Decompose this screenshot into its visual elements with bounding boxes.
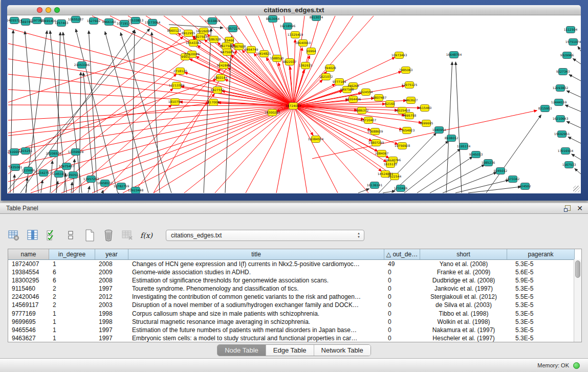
table-cell[interactable]: 2008 (95, 276, 128, 285)
table-cell[interactable]: 5.3E-5 (507, 260, 575, 268)
table-cell[interactable]: 14569117 (8, 301, 49, 309)
float-panel-icon[interactable] (564, 205, 571, 212)
table-cell[interactable]: 2 (49, 293, 95, 301)
table-cell[interactable]: 18724007 (8, 260, 49, 268)
delete-column-button[interactable] (102, 229, 115, 242)
table-row[interactable]: 946362711997Embryonic stem cells: a mode… (8, 334, 581, 342)
function-builder-button[interactable]: f(x) (140, 229, 153, 242)
table-cell[interactable]: Estimation of significance thresholds fo… (128, 276, 384, 285)
select-rows-button[interactable] (45, 229, 58, 242)
table-cell[interactable]: 0 (384, 285, 420, 293)
table-cell[interactable]: 9463627 (8, 334, 49, 342)
table-cell[interactable]: Embryonic stem cells: a model to study s… (128, 334, 384, 342)
network-graph[interactable]: 1872400786601238912955182260589827503165… (7, 15, 581, 193)
column-header-name[interactable]: name (8, 249, 49, 259)
table-row[interactable]: 2242004622012Investigating the contribut… (8, 293, 581, 301)
row-height-button[interactable] (64, 229, 77, 242)
table-cell[interactable]: Corpus callosum shape and size in male p… (128, 310, 384, 318)
network-window-titlebar[interactable]: citations_edges.txt (7, 5, 581, 15)
manage-columns-button[interactable] (26, 229, 39, 242)
table-cell[interactable]: 1 (49, 334, 95, 342)
table-cell[interactable]: Genome-wide association studies in ADHD. (128, 268, 384, 276)
create-column-button[interactable] (83, 229, 96, 242)
table-cell[interactable]: 1 (49, 310, 95, 318)
table-cell[interactable]: 2008 (95, 260, 128, 268)
network-canvas[interactable]: 1872400786601238912955182260589827503165… (7, 15, 581, 193)
column-header-title[interactable]: title (128, 249, 384, 259)
tab-edge-table[interactable]: Edge Table (266, 345, 314, 356)
table-cell[interactable]: Disruption of a novel member of a sodium… (128, 301, 384, 309)
table-cell[interactable]: 2 (49, 301, 95, 309)
table-cell[interactable]: 5.6E-5 (507, 268, 575, 276)
table-cell[interactable]: Structural magnetic resonance image aver… (128, 318, 384, 326)
column-header-year[interactable]: year (95, 249, 128, 259)
table-cell[interactable]: 1 (49, 260, 95, 268)
table-cell[interactable]: 9465546 (8, 326, 49, 334)
table-cell[interactable]: 0 (384, 268, 420, 276)
table-cell[interactable]: 0 (384, 293, 420, 301)
table-cell[interactable]: 0 (384, 334, 420, 342)
table-cell[interactable]: Yano et al. (2008) (420, 260, 507, 268)
table-cell[interactable]: Franke et al. (2009) (420, 268, 507, 276)
table-cell[interactable]: Stergiakouli et al. (2012) (420, 293, 507, 301)
table-cell[interactable]: 5.3E-5 (507, 326, 575, 334)
table-cell[interactable]: 9777169 (8, 310, 49, 318)
table-row[interactable]: 1456911722003Disruption of a novel membe… (8, 301, 581, 309)
table-cell[interactable]: 2003 (95, 301, 128, 309)
table-cell[interactable]: 6 (49, 268, 95, 276)
table-cell[interactable]: 9115460 (8, 285, 49, 293)
table-cell[interactable]: 5.5E-5 (507, 293, 575, 301)
vertical-scrollbar[interactable] (574, 259, 581, 342)
table-cell[interactable]: 1 (49, 326, 95, 334)
table-cell[interactable]: 1997 (95, 326, 128, 334)
table-cell[interactable]: Investigating the contribution of common… (128, 293, 384, 301)
table-row[interactable]: 1872400712008Changes of HCN gene express… (8, 260, 581, 268)
table-cell[interactable]: 5.3E-5 (507, 301, 575, 309)
table-cell[interactable]: 5.9E-5 (507, 276, 575, 285)
table-cell[interactable]: 0 (384, 301, 420, 309)
table-cell[interactable]: 5.3E-5 (507, 285, 575, 293)
table-row[interactable]: 911546021997Tourette syndrome. Phenomeno… (8, 285, 581, 293)
network-table-select[interactable]: citations_edges.txt ▲▼ (166, 230, 364, 241)
table-cell[interactable]: 18300295 (8, 276, 49, 285)
table-cell[interactable]: Hescheler et al. (1997) (420, 334, 507, 342)
table-cell[interactable]: 1 (49, 318, 95, 326)
table-row[interactable]: 1938455462009Genome-wide association stu… (8, 268, 581, 276)
table-cell[interactable]: 9699695 (8, 318, 49, 326)
table-cell[interactable]: Changes of HCN gene expression and I(f) … (128, 260, 384, 268)
table-cell[interactable]: Tibbo et al. (1998) (420, 310, 507, 318)
table-row[interactable]: 1830029562008Estimation of significance … (8, 276, 581, 285)
table-cell[interactable]: Wolkin et al. (1998) (420, 318, 507, 326)
scrollbar-thumb[interactable] (575, 260, 580, 278)
table-cell[interactable]: 49 (384, 260, 420, 268)
window-resize-grip[interactable] (573, 186, 580, 192)
table-cell[interactable]: 1997 (95, 334, 128, 342)
table-row[interactable]: 946554611997Estimation of the future num… (8, 326, 581, 334)
tab-node-table[interactable]: Node Table (217, 345, 266, 356)
table-cell[interactable]: 0 (384, 318, 420, 326)
table-settings-button[interactable] (7, 229, 20, 242)
table-cell[interactable]: Nakamura et al. (1997) (420, 326, 507, 334)
table-cell[interactable]: 0 (384, 276, 420, 285)
table-cell[interactable]: 5.3E-5 (507, 334, 575, 342)
table-cell[interactable]: 2009 (95, 268, 128, 276)
table-row[interactable]: 969969511998Structural magnetic resonanc… (8, 318, 581, 326)
table-cell[interactable]: 0 (384, 326, 420, 334)
table-cell[interactable]: de Silva et al. (2003) (420, 301, 507, 309)
table-cell[interactable]: 19384554 (8, 268, 49, 276)
table-cell[interactable]: 22420046 (8, 293, 49, 301)
table-cell[interactable]: 2 (49, 285, 95, 293)
tab-network-table[interactable]: Network Table (314, 345, 371, 356)
table-cell[interactable]: 1998 (95, 318, 128, 326)
table-cell[interactable]: Tourette syndrome. Phenomenology and cla… (128, 285, 384, 293)
table-cell[interactable]: Dudbridge et al. (2008) (420, 276, 507, 285)
column-header-pagerank[interactable]: pagerank (507, 249, 575, 259)
table-cell[interactable]: Estimation of the future numbers of pati… (128, 326, 384, 334)
delete-table-button[interactable] (121, 229, 134, 242)
table-cell[interactable]: 1997 (95, 285, 128, 293)
column-header-in_degree[interactable]: in_degree (49, 249, 95, 259)
column-header-out_de[interactable]: △ out_de… (384, 249, 420, 259)
table-row[interactable]: 977716911998Corpus callosum shape and si… (8, 310, 581, 318)
table-cell[interactable]: 0 (384, 310, 420, 318)
close-panel-icon[interactable]: ✕ (577, 205, 583, 212)
